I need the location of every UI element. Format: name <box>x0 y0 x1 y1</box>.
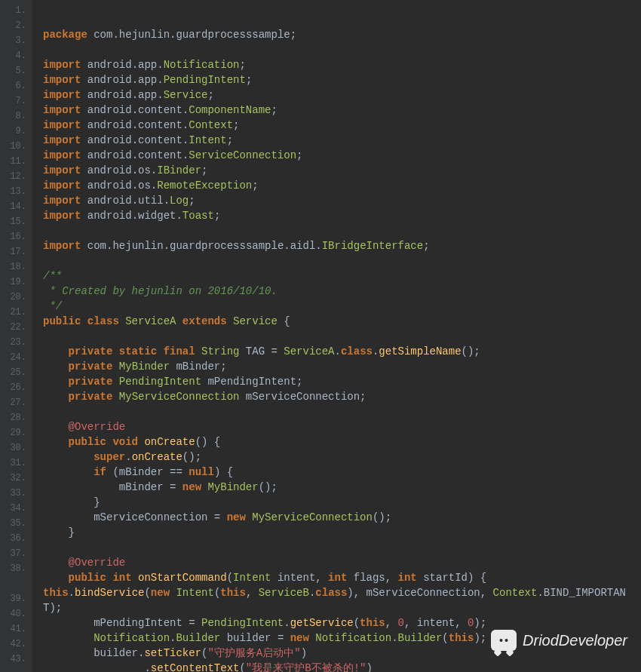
code-line[interactable]: super.onCreate(); <box>43 450 641 465</box>
code-line[interactable]: import android.os.RemoteException; <box>43 178 641 193</box>
line-number: 28 <box>0 410 26 425</box>
line-number: 5 <box>0 63 26 78</box>
code-line[interactable]: private static final String TAG = Servic… <box>43 344 641 359</box>
line-number: 37 <box>0 546 26 561</box>
code-line[interactable] <box>43 253 641 268</box>
line-number: 38 <box>0 561 26 591</box>
code-line[interactable]: @Override <box>43 419 641 434</box>
code-line[interactable]: import android.content.Intent; <box>43 133 641 148</box>
line-number: 33 <box>0 486 26 501</box>
code-line[interactable] <box>43 42 641 57</box>
line-number: 30 <box>0 440 26 456</box>
line-number: 9 <box>0 124 26 139</box>
line-number: 39 <box>0 591 26 606</box>
line-number: 42 <box>0 637 26 652</box>
line-number: 24 <box>0 350 26 365</box>
code-line[interactable]: import com.hejunlin.guardprocesssample.a… <box>43 238 641 253</box>
line-number: 41 <box>0 621 26 637</box>
code-line[interactable]: if (mBinder == null) { <box>43 465 641 480</box>
line-number: 31 <box>0 456 26 471</box>
line-number: 13 <box>0 184 26 199</box>
code-line[interactable]: */ <box>43 299 641 314</box>
code-line[interactable]: import android.content.ComponentName; <box>43 103 641 118</box>
line-number: 26 <box>0 380 26 395</box>
line-number: 14 <box>0 199 26 214</box>
line-number: 34 <box>0 501 26 516</box>
line-number: 25 <box>0 365 26 380</box>
code-line[interactable]: import android.content.ServiceConnection… <box>43 148 641 163</box>
code-line[interactable]: @Override <box>43 555 641 570</box>
code-line[interactable]: package com.hejunlin.guardprocesssample; <box>43 27 641 42</box>
code-line[interactable]: public int onStartCommand(Intent intent,… <box>43 570 641 585</box>
line-number: 1 <box>0 3 26 18</box>
line-number: 27 <box>0 395 26 410</box>
code-line[interactable] <box>43 223 641 238</box>
code-line[interactable]: private MyServiceConnection mServiceConn… <box>43 389 641 404</box>
code-line[interactable] <box>43 404 641 419</box>
line-number: 8 <box>0 109 26 124</box>
code-line[interactable]: * Created by hejunlin on 2016/10/10. <box>43 284 641 299</box>
code-line[interactable]: import android.app.PendingIntent; <box>43 72 641 87</box>
line-number: 21 <box>0 305 26 320</box>
code-line[interactable]: import android.util.Log; <box>43 193 641 208</box>
line-number: 43 <box>0 652 26 667</box>
code-line[interactable]: /** <box>43 268 641 284</box>
code-line[interactable]: import android.os.IBinder; <box>43 163 641 178</box>
line-number: 32 <box>0 471 26 486</box>
code-line[interactable]: import android.app.Notification; <box>43 57 641 72</box>
line-number: 20 <box>0 290 26 305</box>
line-number: 16 <box>0 229 26 244</box>
code-line[interactable]: } <box>43 495 641 510</box>
code-line[interactable]: import android.app.Service; <box>43 87 641 103</box>
line-number: 7 <box>0 94 26 109</box>
code-line[interactable]: public void onCreate() { <box>43 434 641 450</box>
code-line[interactable]: .setContentText("我是来守护B不被杀的!") <box>43 661 641 672</box>
line-number: 17 <box>0 244 26 259</box>
code-line[interactable]: private MyBinder mBinder; <box>43 359 641 374</box>
code-line[interactable] <box>43 329 641 344</box>
line-number: 36 <box>0 531 26 546</box>
line-number: 6 <box>0 78 26 94</box>
gutter: 1234567891011121314151617181920212223242… <box>0 0 32 672</box>
code-line[interactable]: builder.setTicker("守护服务A启动中") <box>43 646 641 661</box>
code-line[interactable]: mBinder = new MyBinder(); <box>43 480 641 495</box>
code-line[interactable]: mServiceConnection = new MyServiceConnec… <box>43 510 641 525</box>
code-line[interactable]: public class ServiceA extends Service { <box>43 314 641 329</box>
line-number: 40 <box>0 606 26 621</box>
line-number: 10 <box>0 139 26 154</box>
code-line[interactable] <box>43 540 641 555</box>
line-number: 11 <box>0 154 26 169</box>
line-number: 15 <box>0 214 26 229</box>
code-area[interactable]: package com.hejunlin.guardprocesssample;… <box>32 0 641 672</box>
line-number: 3 <box>0 33 26 48</box>
line-number: 12 <box>0 169 26 184</box>
line-number: 18 <box>0 259 26 275</box>
code-line[interactable]: import android.widget.Toast; <box>43 208 641 223</box>
code-line[interactable]: } <box>43 525 641 540</box>
line-number: 19 <box>0 275 26 290</box>
line-number: 2 <box>0 18 26 33</box>
line-number: 23 <box>0 335 26 350</box>
line-number: 4 <box>0 48 26 63</box>
code-editor: 1234567891011121314151617181920212223242… <box>0 0 641 672</box>
code-line[interactable]: mPendingIntent = PendingIntent.getServic… <box>43 615 641 631</box>
line-number: 22 <box>0 320 26 335</box>
code-line[interactable]: private PendingIntent mPendingIntent; <box>43 374 641 389</box>
code-line[interactable]: this.bindService(new Intent(this, Servic… <box>43 585 641 615</box>
code-line[interactable]: import android.content.Context; <box>43 118 641 133</box>
line-number: 29 <box>0 425 26 440</box>
code-line[interactable]: Notification.Builder builder = new Notif… <box>43 631 641 646</box>
line-number: 35 <box>0 516 26 531</box>
